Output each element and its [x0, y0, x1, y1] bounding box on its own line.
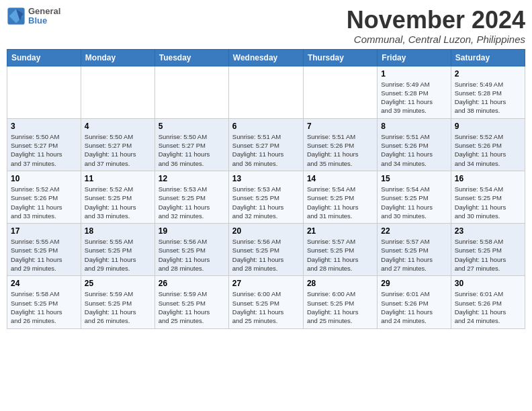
day-number: 4 [85, 122, 151, 131]
day-info: Sunrise: 5:52 AM Sunset: 5:26 PM Dayligh… [11, 185, 77, 220]
calendar-day-cell: 9Sunrise: 5:52 AM Sunset: 5:26 PM Daylig… [451, 118, 525, 171]
calendar-day-cell: 30Sunrise: 6:01 AM Sunset: 5:26 PM Dayli… [451, 276, 525, 328]
calendar-day-cell: 6Sunrise: 5:51 AM Sunset: 5:27 PM Daylig… [228, 118, 303, 171]
day-info: Sunrise: 6:00 AM Sunset: 5:25 PM Dayligh… [232, 289, 300, 325]
day-number: 7 [307, 122, 373, 131]
logo: General Blue [7, 7, 60, 26]
day-of-week-header: Wednesday [228, 49, 303, 66]
calendar-day-cell: 29Sunrise: 6:01 AM Sunset: 5:26 PM Dayli… [378, 276, 451, 328]
day-info: Sunrise: 5:57 AM Sunset: 5:25 PM Dayligh… [381, 237, 447, 273]
calendar-day-cell: 10Sunrise: 5:52 AM Sunset: 5:26 PM Dayli… [7, 171, 81, 223]
title-block: November 2024 Communal, Central Luzon, P… [347, 7, 525, 45]
day-of-week-header: Saturday [451, 49, 525, 66]
calendar-day-cell: 22Sunrise: 5:57 AM Sunset: 5:25 PM Dayli… [378, 224, 451, 276]
day-number: 14 [307, 174, 373, 183]
day-info: Sunrise: 5:50 AM Sunset: 5:27 PM Dayligh… [85, 132, 151, 168]
calendar-week-row: 17Sunrise: 5:55 AM Sunset: 5:25 PM Dayli… [7, 224, 525, 276]
day-number: 17 [11, 226, 77, 236]
month-title: November 2024 [347, 7, 525, 34]
day-of-week-header: Friday [378, 49, 451, 66]
calendar-day-cell [81, 66, 154, 118]
day-info: Sunrise: 5:54 AM Sunset: 5:25 PM Dayligh… [381, 185, 447, 220]
day-number: 12 [159, 174, 225, 183]
day-of-week-header: Tuesday [154, 49, 228, 66]
day-number: 25 [85, 279, 151, 288]
calendar-day-cell: 14Sunrise: 5:54 AM Sunset: 5:25 PM Dayli… [303, 171, 377, 223]
day-number: 1 [381, 69, 447, 79]
day-info: Sunrise: 5:59 AM Sunset: 5:25 PM Dayligh… [85, 289, 151, 325]
day-info: Sunrise: 6:00 AM Sunset: 5:25 PM Dayligh… [307, 289, 373, 325]
day-number: 9 [455, 122, 521, 131]
calendar-week-row: 10Sunrise: 5:52 AM Sunset: 5:26 PM Dayli… [7, 171, 525, 223]
calendar-day-cell: 1Sunrise: 5:49 AM Sunset: 5:28 PM Daylig… [378, 66, 451, 118]
day-number: 30 [455, 279, 521, 288]
day-number: 18 [85, 226, 151, 236]
day-number: 8 [381, 122, 447, 131]
calendar-day-cell [228, 66, 303, 118]
day-info: Sunrise: 5:52 AM Sunset: 5:26 PM Dayligh… [455, 132, 521, 168]
calendar-day-cell: 28Sunrise: 6:00 AM Sunset: 5:25 PM Dayli… [303, 276, 377, 328]
calendar-day-cell: 16Sunrise: 5:54 AM Sunset: 5:25 PM Dayli… [451, 171, 525, 223]
day-number: 13 [232, 174, 300, 183]
calendar-day-cell: 2Sunrise: 5:49 AM Sunset: 5:28 PM Daylig… [451, 66, 525, 118]
calendar-day-cell: 24Sunrise: 5:58 AM Sunset: 5:25 PM Dayli… [7, 276, 81, 328]
calendar-day-cell: 5Sunrise: 5:50 AM Sunset: 5:27 PM Daylig… [154, 118, 228, 171]
day-number: 3 [11, 122, 77, 131]
day-info: Sunrise: 5:50 AM Sunset: 5:27 PM Dayligh… [11, 132, 77, 168]
day-number: 26 [159, 279, 225, 288]
calendar-day-cell: 7Sunrise: 5:51 AM Sunset: 5:26 PM Daylig… [303, 118, 377, 171]
day-info: Sunrise: 5:52 AM Sunset: 5:25 PM Dayligh… [85, 185, 151, 220]
day-info: Sunrise: 5:50 AM Sunset: 5:27 PM Dayligh… [159, 132, 225, 168]
day-info: Sunrise: 5:51 AM Sunset: 5:26 PM Dayligh… [381, 132, 447, 168]
day-info: Sunrise: 5:49 AM Sunset: 5:28 PM Dayligh… [381, 80, 447, 116]
day-number: 27 [232, 279, 300, 288]
day-info: Sunrise: 6:01 AM Sunset: 5:26 PM Dayligh… [381, 289, 447, 325]
location: Communal, Central Luzon, Philippines [347, 34, 525, 45]
calendar-day-cell: 25Sunrise: 5:59 AM Sunset: 5:25 PM Dayli… [81, 276, 154, 328]
calendar-week-row: 24Sunrise: 5:58 AM Sunset: 5:25 PM Dayli… [7, 276, 525, 328]
calendar-day-cell: 15Sunrise: 5:54 AM Sunset: 5:25 PM Dayli… [378, 171, 451, 223]
day-info: Sunrise: 5:51 AM Sunset: 5:26 PM Dayligh… [307, 132, 373, 168]
calendar-day-cell: 8Sunrise: 5:51 AM Sunset: 5:26 PM Daylig… [378, 118, 451, 171]
calendar-day-cell [154, 66, 228, 118]
day-info: Sunrise: 6:01 AM Sunset: 5:26 PM Dayligh… [455, 289, 521, 325]
day-number: 5 [159, 122, 225, 131]
day-info: Sunrise: 5:55 AM Sunset: 5:25 PM Dayligh… [11, 237, 77, 273]
logo-icon [7, 7, 26, 26]
calendar-day-cell: 26Sunrise: 5:59 AM Sunset: 5:25 PM Dayli… [154, 276, 228, 328]
day-info: Sunrise: 5:59 AM Sunset: 5:25 PM Dayligh… [159, 289, 225, 325]
logo-text: General Blue [28, 7, 60, 26]
day-info: Sunrise: 5:57 AM Sunset: 5:25 PM Dayligh… [307, 237, 373, 273]
day-info: Sunrise: 5:58 AM Sunset: 5:25 PM Dayligh… [11, 289, 77, 325]
calendar-day-cell: 27Sunrise: 6:00 AM Sunset: 5:25 PM Dayli… [228, 276, 303, 328]
day-info: Sunrise: 5:53 AM Sunset: 5:25 PM Dayligh… [232, 185, 300, 220]
logo-line1: General [28, 7, 60, 16]
calendar-week-row: 1Sunrise: 5:49 AM Sunset: 5:28 PM Daylig… [7, 66, 525, 118]
day-info: Sunrise: 5:51 AM Sunset: 5:27 PM Dayligh… [232, 132, 300, 168]
day-number: 29 [381, 279, 447, 288]
calendar-week-row: 3Sunrise: 5:50 AM Sunset: 5:27 PM Daylig… [7, 118, 525, 171]
day-number: 11 [85, 174, 151, 183]
day-number: 2 [455, 69, 521, 79]
calendar-day-cell: 12Sunrise: 5:53 AM Sunset: 5:25 PM Dayli… [154, 171, 228, 223]
day-info: Sunrise: 5:54 AM Sunset: 5:25 PM Dayligh… [307, 185, 373, 220]
day-number: 6 [232, 122, 300, 131]
day-of-week-header: Thursday [303, 49, 377, 66]
day-number: 23 [455, 226, 521, 236]
day-info: Sunrise: 5:49 AM Sunset: 5:28 PM Dayligh… [455, 80, 521, 116]
day-number: 28 [307, 279, 373, 288]
calendar-day-cell [7, 66, 81, 118]
calendar-day-cell [303, 66, 377, 118]
day-info: Sunrise: 5:55 AM Sunset: 5:25 PM Dayligh… [85, 237, 151, 273]
calendar-day-cell: 18Sunrise: 5:55 AM Sunset: 5:25 PM Dayli… [81, 224, 154, 276]
calendar-day-cell: 23Sunrise: 5:58 AM Sunset: 5:25 PM Dayli… [451, 224, 525, 276]
calendar-day-cell: 19Sunrise: 5:56 AM Sunset: 5:25 PM Dayli… [154, 224, 228, 276]
day-of-week-header: Monday [81, 49, 154, 66]
day-number: 10 [11, 174, 77, 183]
day-number: 20 [232, 226, 300, 236]
calendar-day-cell: 4Sunrise: 5:50 AM Sunset: 5:27 PM Daylig… [81, 118, 154, 171]
day-number: 21 [307, 226, 373, 236]
logo-line2: Blue [28, 16, 60, 26]
day-number: 15 [381, 174, 447, 183]
calendar-day-cell: 13Sunrise: 5:53 AM Sunset: 5:25 PM Dayli… [228, 171, 303, 223]
